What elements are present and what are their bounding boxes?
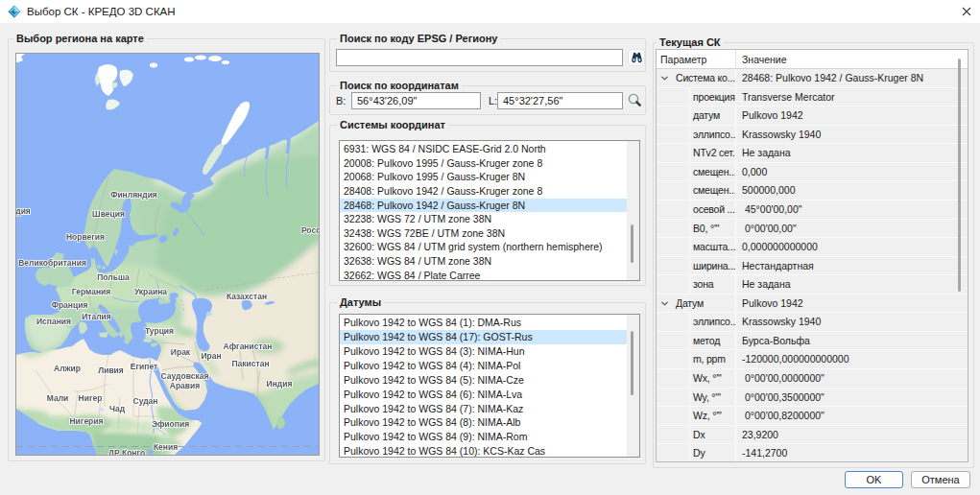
- map-country-label: Норвегия: [66, 232, 105, 242]
- property-value: 0,000000000000: [735, 238, 968, 256]
- close-button[interactable]: [959, 4, 974, 19]
- property-row[interactable]: ДатумPulkovo 1942: [657, 295, 968, 314]
- chevron-down-icon[interactable]: [661, 301, 668, 306]
- property-row[interactable]: осевой ... 45°00'00,00": [657, 200, 968, 220]
- chevron-down-icon[interactable]: [661, 76, 668, 81]
- property-row[interactable]: B0, °'" 0°00'00,00": [657, 220, 968, 239]
- longitude-label: L:: [489, 95, 497, 106]
- property-name: Dx: [690, 426, 736, 444]
- systems-list-item[interactable]: 32638: WGS 84 / UTM zone 38N: [340, 254, 627, 269]
- systems-list-item[interactable]: 32438: WGS 72BE / UTM zone 38N: [340, 226, 627, 241]
- epsg-search-group-label: Поиск по коду EPSG / Региону: [337, 33, 500, 44]
- systems-list-item[interactable]: 6931: WGS 84 / NSIDC EASE-Grid 2.0 North: [340, 142, 627, 156]
- property-value: Бурса-Вольфа: [735, 332, 968, 350]
- systems-list-item[interactable]: 28408: Pulkovo 1942 / Gauss-Kruger zone …: [340, 184, 627, 199]
- app-icon: [8, 5, 21, 18]
- datums-list-item[interactable]: Pulkovo 1942 to WGS 84 (1): DMA-Rus: [340, 316, 627, 330]
- epsg-search-button[interactable]: [628, 49, 645, 66]
- latitude-input[interactable]: [351, 92, 481, 109]
- property-value: 0°00'00,3500000": [735, 389, 968, 407]
- property-name: ширина...: [690, 257, 736, 275]
- property-name: датум: [690, 106, 736, 125]
- property-row[interactable]: смещен...0,000: [657, 163, 968, 182]
- current-cs-group-label: Текущая СК: [657, 36, 724, 48]
- property-row[interactable]: эллипсо...Krassowsky 1940: [657, 126, 968, 145]
- property-value: Krassowsky 1940: [735, 313, 968, 331]
- property-row[interactable]: масшта...0,000000000000: [657, 238, 968, 257]
- property-name: эллипсо...: [690, 313, 736, 331]
- systems-scrollbar-thumb[interactable]: [631, 224, 633, 263]
- coord-search-group-label: Поиск по координатам: [337, 80, 462, 91]
- datums-list-item[interactable]: Pulkovo 1942 to WGS 84 (9): NIMA-Rom: [340, 430, 627, 444]
- map-country-label: Саудовская: [161, 371, 209, 381]
- property-row[interactable]: датумPulkovo 1942: [657, 106, 968, 126]
- datums-list-item[interactable]: Pulkovo 1942 to WGS 84 (4): NIMA-Pol: [340, 359, 627, 373]
- systems-list-item[interactable]: 20068: Pulkovo 1995 / Gauss-Kruger 8N: [340, 170, 627, 184]
- property-row[interactable]: Wy, °'" 0°00'00,3500000": [657, 389, 968, 408]
- datums-list-item[interactable]: Pulkovo 1942 to WGS 84 (10): KCS-Kaz Cas: [340, 444, 627, 458]
- property-value: 23,9200: [735, 426, 968, 444]
- property-row[interactable]: Dy-141,2700: [657, 444, 968, 462]
- map-country-label: ДР Конго: [108, 448, 145, 456]
- property-row[interactable]: методБурса-Вольфа: [657, 332, 968, 351]
- property-row[interactable]: ширина...Нестандартная: [657, 257, 968, 276]
- property-name: масшта...: [690, 238, 736, 256]
- systems-list-item[interactable]: 20008: Pulkovo 1995 / Gauss-Kruger zone …: [340, 156, 627, 171]
- systems-list-item[interactable]: 28468: Pulkovo 1942 / Gauss-Kruger 8N: [340, 199, 627, 213]
- datums-list-item[interactable]: Pulkovo 1942 to WGS 84 (17): GOST-Rus: [340, 330, 627, 344]
- property-row[interactable]: NTv2 сет...Не задана: [657, 144, 968, 163]
- map-country-label: Ирак: [171, 347, 191, 357]
- window-title: Выбор СК - КРЕДО 3D СКАН: [27, 6, 176, 17]
- property-row[interactable]: Wz, °'" 0°00'00,8200000": [657, 407, 968, 426]
- property-row[interactable]: зонаНе задана: [657, 275, 968, 295]
- coord-search-button[interactable]: [627, 92, 644, 109]
- cancel-button[interactable]: Отмена: [911, 471, 970, 488]
- map[interactable]: ФинляндияШвецияНорвегияИсландияВеликобри…: [15, 53, 320, 456]
- world-map: ФинляндияШвецияНорвегияИсландияВеликобри…: [16, 54, 319, 455]
- property-row[interactable]: смещен...500000,000: [657, 181, 968, 200]
- property-value: 0°00'00,8200000": [735, 407, 968, 425]
- systems-list-item[interactable]: 32662: WGS 84 / Plate Carree: [340, 269, 627, 281]
- map-country-label: Чад: [109, 404, 126, 413]
- property-row[interactable]: Система ко...28468: Pulkovo 1942 / Gauss…: [657, 69, 968, 88]
- property-row[interactable]: Wx, °'" 0°00'00,0000000": [657, 369, 968, 389]
- map-country-label: Нигерия: [69, 416, 103, 426]
- map-country-label: Исландия: [16, 206, 31, 216]
- property-name: NTv2 сет...: [690, 144, 736, 162]
- property-row[interactable]: m, ppm-120000,000000000000: [657, 350, 968, 369]
- ok-button[interactable]: OK: [845, 471, 903, 488]
- longitude-input[interactable]: [497, 92, 623, 109]
- datums-list-item[interactable]: Pulkovo 1942 to WGS 84 (5): NIMA-Cze: [340, 373, 627, 388]
- datums-list-item[interactable]: Pulkovo 1942 to WGS 84 (8): NIMA-Alb: [340, 415, 627, 430]
- property-name: эллипсо...: [690, 126, 736, 144]
- map-country-label: Германия: [72, 287, 110, 296]
- datums-list-item[interactable]: Pulkovo 1942 to WGS 84 (6): NIMA-Lva: [340, 388, 627, 402]
- datums-list[interactable]: Pulkovo 1942 to WGS 84 (1): DMA-RusPulko…: [339, 314, 640, 458]
- systems-list[interactable]: 6931: WGS 84 / NSIDC EASE-Grid 2.0 North…: [339, 140, 640, 281]
- map-country-label: Судан: [133, 396, 158, 406]
- column-header-value: Значение: [736, 50, 968, 68]
- map-country-label: Аравия: [170, 381, 201, 390]
- current-cs-table[interactable]: Параметр Значение Система ко...28468: Pu…: [656, 49, 968, 462]
- binoculars-icon: [631, 52, 643, 63]
- datums-scrollbar[interactable]: [627, 315, 639, 457]
- map-country-label: Мали: [47, 393, 69, 403]
- map-country-label: Швеция: [92, 209, 125, 219]
- property-row[interactable]: эллипсо...Krassowsky 1940: [657, 313, 968, 332]
- property-row[interactable]: Dx23,9200: [657, 426, 968, 445]
- datums-scrollbar-thumb[interactable]: [631, 331, 633, 395]
- property-value: -120000,000000000000: [735, 350, 968, 368]
- datums-list-item[interactable]: Pulkovo 1942 to WGS 84 (7): NIMA-Kaz: [340, 402, 627, 416]
- systems-list-item[interactable]: 32600: WGS 84 / UTM grid system (norther…: [340, 240, 627, 254]
- property-row[interactable]: проекцияTransverse Mercator: [657, 88, 968, 107]
- datums-list-item[interactable]: Pulkovo 1942 to WGS 84 (3): NIMA-Hun: [340, 344, 627, 359]
- map-country-label: Ливия: [98, 365, 124, 375]
- epsg-search-input[interactable]: [336, 49, 623, 66]
- close-icon: [962, 7, 971, 16]
- systems-scrollbar[interactable]: [627, 141, 639, 280]
- systems-list-item[interactable]: 32238: WGS 72 / UTM zone 38N: [340, 212, 627, 226]
- map-country-label: Алжир: [54, 364, 81, 373]
- magnifier-icon: [627, 92, 642, 107]
- current-cs-table-header: Параметр Значение: [657, 50, 968, 69]
- current-cs-scrollbar-thumb[interactable]: [958, 59, 961, 292]
